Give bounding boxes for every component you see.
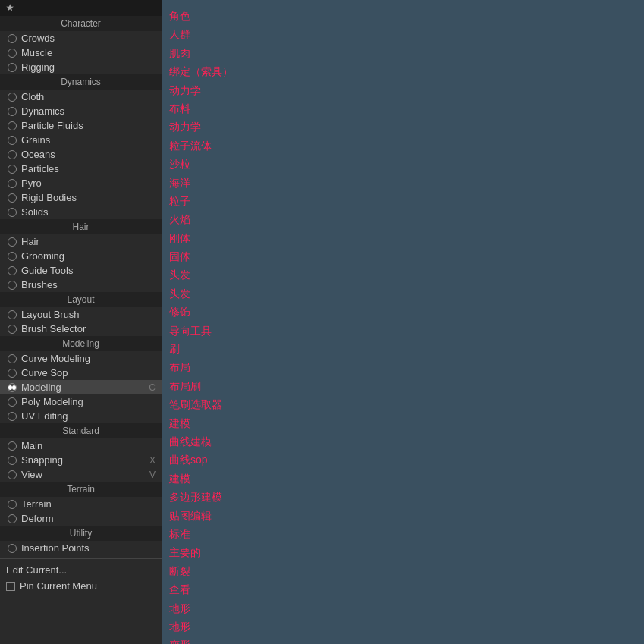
pin-current-label: Pin Current Menu <box>20 580 97 592</box>
menu-item-snapping[interactable]: SnappingX <box>0 453 162 467</box>
radio-curve-sop <box>8 369 17 378</box>
chinese-label: 主要的 <box>169 544 233 561</box>
chinese-label: 曲线建模 <box>169 433 233 450</box>
radio-crowds <box>8 34 17 43</box>
radio-guide-tools <box>8 266 17 275</box>
edit-current-label: Edit Current... <box>6 564 67 576</box>
radio-layout-brush <box>8 310 17 319</box>
item-label: Modeling <box>21 382 61 393</box>
menu-item-grooming[interactable]: Grooming <box>0 249 162 263</box>
shortcut-view: V <box>149 470 156 480</box>
chinese-label: 地形 <box>169 600 233 617</box>
chinese-label: 贴图编辑 <box>169 507 233 524</box>
menu-item-guide-tools[interactable]: Guide Tools <box>0 263 162 278</box>
radio-modeling <box>8 383 17 392</box>
item-label: Muscle <box>21 47 52 58</box>
radio-grooming <box>8 252 17 261</box>
menu-item-grains[interactable]: Grains <box>0 133 162 147</box>
chinese-label: 变形 <box>169 636 233 644</box>
menu-item-dynamics[interactable]: Dynamics <box>0 104 162 118</box>
radio-rigid-bodies <box>8 193 17 203</box>
item-label: Deform <box>21 513 54 524</box>
item-label: Brushes <box>21 279 58 291</box>
pin-checkbox[interactable] <box>6 582 15 591</box>
main-content: 角色人群肌肉绑定（索具）动力学布料动力学粒子流体沙粒海洋粒子火焰刚体固体头发头发… <box>162 0 644 644</box>
item-label: Grooming <box>21 250 64 262</box>
chinese-label: 粒子流体 <box>169 137 233 154</box>
item-label: Curve Modeling <box>21 353 90 364</box>
radio-brush-selector <box>8 325 17 334</box>
menu-item-terrain[interactable]: Terrain <box>0 497 162 511</box>
menu-icon: ★ <box>6 3 14 13</box>
radio-poly-modeling <box>8 397 17 407</box>
menu-item-view[interactable]: ViewV <box>0 467 162 482</box>
radio-muscle <box>8 49 17 58</box>
menu-item-layout-brush[interactable]: Layout Brush <box>0 307 162 322</box>
chinese-label: 布局 <box>169 359 233 375</box>
chinese-label: 曲线sop <box>169 451 233 468</box>
menu-item-cloth[interactable]: Cloth <box>0 90 162 104</box>
menu-item-curve-modeling[interactable]: Curve Modeling <box>0 351 162 366</box>
item-label: Poly Modeling <box>21 396 83 407</box>
radio-curve-modeling <box>8 354 17 363</box>
chinese-label: 标准 <box>169 526 233 542</box>
bottom-items: Edit Current... Pin Current Menu <box>0 558 162 594</box>
edit-current-button[interactable]: Edit Current... <box>0 562 162 578</box>
radio-terrain <box>8 500 17 509</box>
item-label: Snapping <box>21 454 63 466</box>
chinese-label: 动力学 <box>169 82 233 99</box>
shortcut-snapping: X <box>149 455 156 466</box>
menu-item-uv-editing[interactable]: UV Editing <box>0 409 162 423</box>
menu-item-rigging[interactable]: Rigging <box>0 60 162 74</box>
menu-item-poly-modeling[interactable]: Poly Modeling <box>0 394 162 409</box>
menu-item-deform[interactable]: Deform <box>0 511 162 526</box>
menu-item-main[interactable]: Main <box>0 438 162 453</box>
radio-snapping <box>8 456 17 465</box>
pin-current-menu-item[interactable]: Pin Current Menu <box>0 578 162 594</box>
menu-item-muscle[interactable]: Muscle <box>0 46 162 60</box>
chinese-label: 头发 <box>169 266 233 283</box>
item-label: Curve Sop <box>21 367 68 379</box>
menu-item-rigid-bodies[interactable]: Rigid Bodies <box>0 190 162 205</box>
menu-item-modeling[interactable]: ModelingC <box>0 380 162 394</box>
menu-item-hair[interactable]: Hair <box>0 234 162 249</box>
item-label: Particles <box>21 163 59 174</box>
menu-item-curve-sop[interactable]: Curve Sop <box>0 366 162 380</box>
chinese-labels: 角色人群肌肉绑定（索具）动力学布料动力学粒子流体沙粒海洋粒子火焰刚体固体头发头发… <box>169 8 233 644</box>
item-label: Pyro <box>21 177 42 189</box>
chinese-label: 笔刷选取器 <box>169 396 233 413</box>
menu-item-solids[interactable]: Solids <box>0 205 162 219</box>
radio-view <box>8 470 17 479</box>
menu-header[interactable]: ★ <box>0 0 162 16</box>
item-label: Rigging <box>21 61 55 73</box>
chinese-label: 刚体 <box>169 230 233 247</box>
chinese-label: 地形 <box>169 618 233 635</box>
menu-item-particle-fluids[interactable]: Particle Fluids <box>0 118 162 133</box>
shortcut-modeling: C <box>149 382 156 393</box>
menu-item-insertion-points[interactable]: Insertion Points <box>0 541 162 555</box>
radio-pyro <box>8 179 17 188</box>
chinese-label: 布局刷 <box>169 378 233 394</box>
radio-brushes <box>8 281 17 290</box>
menu-item-crowds[interactable]: Crowds <box>0 31 162 46</box>
radio-grains <box>8 136 17 145</box>
item-label: Rigid Bodies <box>21 192 77 203</box>
section-header-terrain: Terrain <box>0 482 162 497</box>
menu-item-particles[interactable]: Particles <box>0 162 162 176</box>
item-label: Main <box>21 440 42 451</box>
radio-solids <box>8 208 17 217</box>
chinese-label: 断裂 <box>169 563 233 580</box>
item-label: Guide Tools <box>21 265 73 276</box>
section-header-character: Character <box>0 16 162 31</box>
item-label: Layout Brush <box>21 309 80 320</box>
menu-item-brushes[interactable]: Brushes <box>0 278 162 292</box>
menu-item-pyro[interactable]: Pyro <box>0 176 162 190</box>
menu-item-oceans[interactable]: Oceans <box>0 147 162 162</box>
menu-item-brush-selector[interactable]: Brush Selector <box>0 322 162 336</box>
section-header-hair: Hair <box>0 219 162 234</box>
radio-deform <box>8 514 17 523</box>
item-label: Terrain <box>21 498 52 510</box>
chinese-label: 查看 <box>169 581 233 598</box>
chinese-label: 角色 <box>169 8 233 24</box>
radio-main <box>8 441 17 451</box>
